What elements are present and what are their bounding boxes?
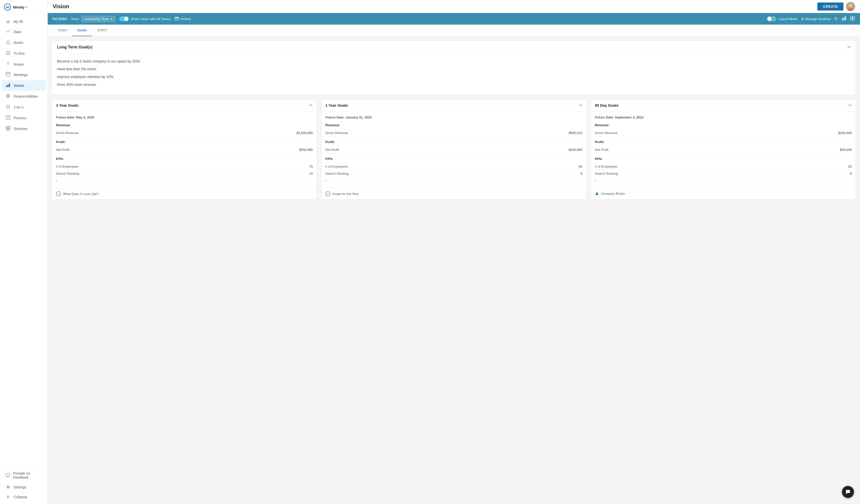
tab-vision[interactable]: Vision	[53, 25, 72, 36]
goal-text-1: Become a top 5 SaaS company in our space…	[57, 59, 851, 64]
issues-icon: !	[5, 61, 11, 67]
create-button[interactable]: CREATE	[817, 2, 843, 11]
one-year-goals-card: 1 Year Goals ✏ Future Date: January 31, …	[321, 99, 586, 200]
svg-rect-36	[845, 16, 846, 20]
archive-button[interactable]: Archive	[175, 17, 191, 21]
svg-rect-22	[6, 126, 8, 128]
chat-button[interactable]	[842, 486, 854, 498]
ninety-day-kpis-label: KPIs	[595, 157, 852, 161]
sidebar-item-todos[interactable]: To-Dos	[1, 48, 46, 59]
archive-icon	[175, 17, 179, 21]
data-icon	[5, 29, 11, 35]
long-term-goals-title: Long Term Goal(s)	[57, 45, 92, 49]
three-year-employees: # of Employees 75	[56, 163, 313, 170]
meetings-icon	[5, 72, 11, 77]
sidebar-logo: 90 Ninety ▾	[0, 0, 47, 14]
sidebar-bottom: Provide Us Feedback ⚙ Settings ≡ Collaps…	[0, 466, 47, 504]
three-year-gross-revenue: Gross Revenue $1,000,000	[56, 130, 313, 136]
svg-point-12	[7, 95, 9, 97]
one-year-gross-revenue: Gross Revenue $500,010	[325, 130, 582, 136]
team-dropdown[interactable]: Leadership Team ▾	[81, 16, 115, 22]
three-year-net-profit: Net Profit $250,000	[56, 146, 313, 153]
three-year-body: Future Date: May 4, 2025 Revenue: Gross …	[52, 112, 317, 188]
sidebar-item-responsibilities[interactable]: Responsibilities	[1, 91, 46, 102]
sidebar-item-data[interactable]: Data	[1, 27, 46, 37]
feedback-icon	[5, 473, 10, 478]
sidebar-item-settings[interactable]: ⚙ Settings	[1, 482, 46, 492]
goal-text-4: Drive 30% more revenue.	[57, 82, 851, 87]
three-year-t-row: t	[56, 177, 313, 184]
sidebar-item-meetings[interactable]: Meetings	[1, 70, 46, 80]
svg-rect-10	[9, 83, 10, 87]
sidebar-item-vision[interactable]: Vision	[1, 80, 46, 91]
svg-rect-37	[850, 16, 852, 18]
process-icon	[5, 115, 11, 121]
one-year-net-profit: Net Profit $150,000	[325, 146, 582, 153]
refresh-icon[interactable]: ↻	[834, 16, 838, 21]
svg-rect-4	[6, 72, 10, 76]
sidebar-item-1on1[interactable]: 1-on-1	[1, 102, 46, 113]
tabs: Vision Goals SWOT	[48, 25, 860, 37]
tab-goals[interactable]: Goals	[72, 25, 92, 36]
ninety-day-title: 90 Day Goals	[595, 103, 618, 107]
svg-rect-8	[6, 85, 7, 87]
one-year-title: 1 Year Goals	[325, 103, 348, 107]
sidebar: 90 Ninety ▾ ◎ My 90 Data Rocks To	[0, 0, 48, 504]
svg-rect-25	[8, 129, 10, 130]
company-rocks-icon	[595, 191, 599, 196]
three-year-revenue-label: Revenue:	[56, 123, 313, 127]
layout-mode: Layout Mode	[767, 16, 797, 21]
edit-three-year-icon[interactable]: ✏	[310, 103, 313, 108]
add-what-icon: +	[56, 191, 61, 196]
sidebar-item-directory[interactable]: Directory	[1, 124, 46, 134]
edit-long-term-icon[interactable]: ✏	[847, 45, 851, 49]
svg-rect-38	[853, 16, 855, 18]
share-toggle-group: Share Vision with All Teams	[119, 16, 171, 21]
svg-marker-2	[6, 40, 10, 44]
three-year-kpis-label: KPIs	[56, 157, 313, 161]
one-year-search-ranking: Search Ranking 9	[325, 170, 582, 177]
one-year-revenue-label: Revenue:	[325, 123, 582, 127]
svg-marker-41	[595, 191, 599, 195]
settings-icon: ⚙	[5, 485, 11, 489]
edit-one-year-icon[interactable]: ✏	[579, 103, 582, 108]
sidebar-item-collapse[interactable]: ≡ Collapse	[1, 492, 46, 502]
sidebar-item-rocks[interactable]: Rocks	[1, 38, 46, 48]
avatar	[846, 2, 855, 11]
edit-ninety-day-icon[interactable]: ✏	[848, 103, 852, 108]
sidebar-item-feedback[interactable]: Provide Us Feedback	[1, 469, 46, 482]
layout-toggle-knob	[768, 17, 771, 21]
grid-icon[interactable]	[850, 16, 855, 22]
sidebar-item-my90[interactable]: ◎ My 90	[1, 17, 46, 26]
ninety-day-employees: # of Employees 25	[595, 163, 852, 170]
one-year-goals-footer[interactable]: + Goals for the Year:	[321, 188, 586, 199]
share-vision-toggle[interactable]	[119, 16, 129, 21]
manage-sections-button[interactable]: ⚙ Manage Sections	[801, 17, 831, 21]
svg-rect-3	[6, 51, 10, 55]
tab-swot[interactable]: SWOT	[92, 25, 113, 36]
ninety-day-gross-revenue: Gross Revenue $200,000	[595, 130, 852, 136]
ninety-day-goals-card: 90 Day Goals ✏ Future Date: September 2,…	[591, 99, 856, 200]
three-year-what-footer[interactable]: + What Does It Look Like?	[52, 188, 317, 199]
one-year-kpis-label: KPIs	[325, 157, 582, 161]
vision-icon	[5, 83, 11, 88]
goal-text-2: Have less than 5% churn.	[57, 67, 851, 72]
one-year-employees: # of Employees 50	[325, 163, 582, 170]
filters-label: FILTERS	[53, 17, 67, 21]
company-name: Ninety ▾	[13, 5, 27, 9]
topbar: Vision CREATE	[48, 0, 860, 13]
svg-rect-39	[850, 18, 852, 20]
directory-icon	[5, 126, 11, 131]
1on1-icon	[5, 104, 11, 110]
layout-mode-toggle[interactable]	[767, 16, 776, 21]
sidebar-item-process[interactable]: Process	[1, 113, 46, 123]
ninety-day-net-profit: Net Profit $50,000	[595, 146, 852, 153]
content-area: Long Term Goal(s) ✏ Become a top 5 SaaS …	[48, 37, 860, 504]
ninety-day-header: 90 Day Goals ✏	[591, 99, 856, 112]
long-term-goals-header: Long Term Goal(s) ✏	[52, 41, 856, 54]
page-title: Vision	[53, 3, 69, 10]
chart-icon[interactable]	[842, 16, 846, 22]
toggle-knob	[124, 17, 128, 21]
sidebar-item-issues[interactable]: ! Issues	[1, 59, 46, 69]
svg-rect-34	[842, 18, 843, 20]
